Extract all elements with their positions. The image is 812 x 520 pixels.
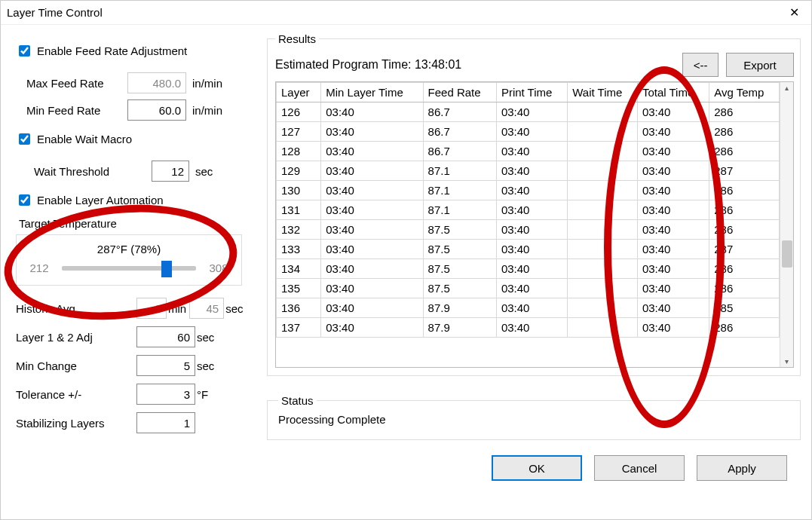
table-cell: 128 <box>277 142 321 161</box>
nav-back-button[interactable]: <-- <box>682 53 719 77</box>
historic-avg-row: Historic Avg min sec <box>16 298 253 319</box>
table-row[interactable]: 13403:4087.503:4003:40286 <box>277 259 780 279</box>
table-cell: 129 <box>277 161 321 181</box>
table-cell: 03:40 <box>637 200 709 220</box>
table-cell <box>568 318 638 338</box>
column-header[interactable]: Total Time <box>637 83 709 102</box>
table-cell: 03:40 <box>496 279 567 298</box>
table-row[interactable]: 13103:4087.103:4003:40286 <box>277 200 780 220</box>
target-temperature-group: 287°F (78%) 212 308 <box>16 234 242 286</box>
table-cell: 03:40 <box>321 181 423 200</box>
enable-layer-automation-input[interactable] <box>19 194 30 206</box>
table-row[interactable]: 13003:4087.103:4003:40286 <box>277 181 780 200</box>
results-scrollbar[interactable]: ▴ ▾ <box>780 82 793 367</box>
min-change-label: Min Change <box>16 359 136 372</box>
table-cell <box>568 279 638 298</box>
min-feed-rate-input[interactable] <box>127 99 186 121</box>
column-header[interactable]: Avg Temp <box>709 83 780 102</box>
table-row[interactable]: 13503:4087.503:4003:40286 <box>277 279 780 298</box>
layer12-input[interactable] <box>136 326 195 347</box>
enable-wait-macro-input[interactable] <box>19 133 30 145</box>
table-row[interactable]: 13303:4087.503:4003:40287 <box>277 240 780 259</box>
tolerance-row: Tolerance +/- °F <box>16 384 253 405</box>
target-temperature-slider[interactable] <box>62 266 196 271</box>
close-button[interactable]: ✕ <box>777 1 811 25</box>
table-row[interactable]: 13603:4087.903:4003:40285 <box>277 298 780 318</box>
column-header[interactable]: Print Time <box>496 83 567 102</box>
target-temperature-value: 287°F (78%) <box>24 243 234 255</box>
column-header[interactable]: Min Layer Time <box>321 83 423 102</box>
min-change-input[interactable] <box>136 355 195 376</box>
table-cell: 03:40 <box>321 279 423 298</box>
table-cell: 286 <box>709 181 780 200</box>
table-cell: 03:40 <box>321 240 423 259</box>
table-row[interactable]: 12903:4087.103:4003:40287 <box>277 161 780 181</box>
table-cell: 87.1 <box>423 181 496 200</box>
max-feed-rate-row: Max Feed Rate in/min <box>26 72 253 93</box>
table-row[interactable]: 12803:4086.703:4003:40286 <box>277 142 780 161</box>
column-header[interactable]: Feed Rate <box>423 83 496 102</box>
table-cell: 286 <box>709 220 780 240</box>
table-cell: 87.5 <box>423 240 496 259</box>
slider-thumb[interactable] <box>161 261 172 277</box>
table-cell: 286 <box>709 279 780 298</box>
table-cell <box>568 102 638 122</box>
table-cell: 03:40 <box>321 122 423 142</box>
table-cell: 136 <box>277 298 321 318</box>
column-header[interactable]: Wait Time <box>568 83 638 102</box>
table-cell: 03:40 <box>496 102 567 122</box>
table-cell: 130 <box>277 181 321 200</box>
table-cell: 03:40 <box>637 259 709 279</box>
cancel-button[interactable]: Cancel <box>594 455 685 481</box>
table-row[interactable]: 13203:4087.503:4003:40286 <box>277 220 780 240</box>
table-cell <box>568 161 638 181</box>
results-header-row: Estimated Program Time: 13:48:01 <-- Exp… <box>275 53 794 77</box>
table-cell: 03:40 <box>496 122 567 142</box>
historic-avg-label: Historic Avg <box>16 302 136 315</box>
window-title: Layer Time Control <box>7 6 103 19</box>
historic-avg-sec-input <box>189 298 224 319</box>
tolerance-input[interactable] <box>136 384 195 405</box>
table-cell: 03:40 <box>496 298 567 318</box>
scroll-up-arrow-icon[interactable]: ▴ <box>780 84 793 92</box>
wait-threshold-input[interactable] <box>152 161 189 182</box>
table-cell: 03:40 <box>321 298 423 318</box>
table-row[interactable]: 12703:4086.703:4003:40286 <box>277 122 780 142</box>
table-cell: 131 <box>277 200 321 220</box>
table-cell: 87.5 <box>423 279 496 298</box>
enable-layer-automation-checkbox[interactable]: Enable Layer Automation <box>16 192 164 208</box>
table-row[interactable]: 12603:4086.703:4003:40286 <box>277 102 780 122</box>
scroll-down-arrow-icon[interactable]: ▾ <box>780 357 793 366</box>
estimated-program-time: Estimated Program Time: 13:48:01 <box>275 58 461 72</box>
table-row[interactable]: 13703:4087.903:4003:40286 <box>277 318 780 338</box>
results-table: LayerMin Layer TimeFeed RatePrint TimeWa… <box>276 82 780 338</box>
table-cell: 03:40 <box>637 298 709 318</box>
export-button[interactable]: Export <box>726 53 794 77</box>
enable-feed-rate-input[interactable] <box>19 45 30 57</box>
stabilizing-input[interactable] <box>136 412 195 433</box>
table-cell: 03:40 <box>496 240 567 259</box>
dialog-footer: OK Cancel Apply <box>267 449 801 491</box>
column-header[interactable]: Layer <box>277 83 321 102</box>
apply-button[interactable]: Apply <box>697 455 787 481</box>
results-panel: Results Estimated Program Time: 13:48:01… <box>261 25 811 519</box>
tolerance-label: Tolerance +/- <box>16 388 136 401</box>
wait-threshold-row: Wait Threshold sec <box>34 161 253 182</box>
results-table-scroll[interactable]: LayerMin Layer TimeFeed RatePrint TimeWa… <box>276 82 780 367</box>
ok-button[interactable]: OK <box>492 455 582 481</box>
table-cell <box>568 220 638 240</box>
content-area: Enable Feed Rate Adjustment Max Feed Rat… <box>1 25 811 519</box>
enable-wait-macro-checkbox[interactable]: Enable Wait Macro <box>16 131 132 147</box>
max-feed-rate-unit: in/min <box>192 77 222 90</box>
table-cell: 286 <box>709 259 780 279</box>
table-cell <box>568 240 638 259</box>
scrollbar-thumb[interactable] <box>782 240 792 268</box>
table-cell <box>568 200 638 220</box>
table-cell: 286 <box>709 200 780 220</box>
table-cell: 286 <box>709 102 780 122</box>
wait-threshold-label: Wait Threshold <box>34 165 147 178</box>
table-cell: 03:40 <box>496 220 567 240</box>
table-cell <box>568 259 638 279</box>
enable-feed-rate-checkbox[interactable]: Enable Feed Rate Adjustment <box>16 43 187 59</box>
results-legend: Results <box>275 32 319 45</box>
